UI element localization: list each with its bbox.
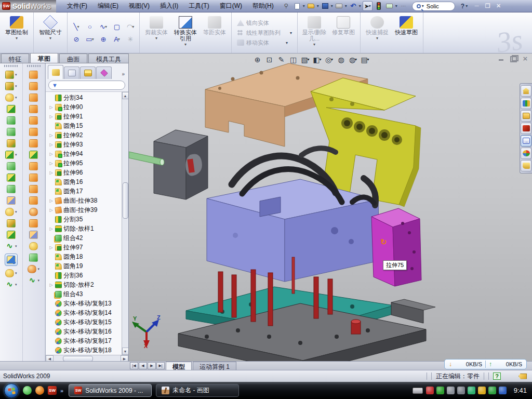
task-pane-tab-solidworks-resources[interactable] xyxy=(521,85,531,97)
midsurface-button[interactable] xyxy=(29,254,38,262)
task-pane-tab-view-palette[interactable] xyxy=(521,135,531,147)
first-tab-icon[interactable]: |◀ xyxy=(130,362,138,369)
revolved-surface-button[interactable] xyxy=(29,82,38,90)
apply-scene-icon[interactable]: ◍▾ xyxy=(348,55,358,64)
new-dropdown-icon[interactable]: ▾ xyxy=(303,4,305,8)
tab-featuremanager-design-tree[interactable] xyxy=(48,65,63,79)
offset-entities-button[interactable]: 等距实体 xyxy=(200,14,229,51)
doc-restore-button[interactable] xyxy=(510,56,517,62)
tree-item-曲面-拉伸38[interactable]: ▷曲面-拉伸38 xyxy=(49,196,122,205)
scroll-up-icon[interactable]: ▲ xyxy=(122,92,129,99)
task-pane-tab-custom-properties[interactable] xyxy=(521,160,531,171)
tab-dimxpertmanager[interactable] xyxy=(96,66,112,79)
save-icon[interactable] xyxy=(321,2,330,10)
tree-item-曲面-拉伸39[interactable]: ▷曲面-拉伸39 xyxy=(49,205,122,215)
menu-3[interactable]: 视图(V) xyxy=(124,0,154,12)
antivirus-red-shield-icon[interactable] xyxy=(426,387,434,394)
gear-check-icon[interactable] xyxy=(447,387,455,394)
tree-item-拉伸92[interactable]: ▷拉伸92 xyxy=(49,130,122,140)
sketch-point-button[interactable]: ▾ xyxy=(5,269,17,277)
tree-item-拉伸95[interactable]: ▷拉伸95 xyxy=(49,158,122,168)
fillet-surface-button[interactable] xyxy=(29,242,38,250)
expand-arrow-icon[interactable]: ▷ xyxy=(49,142,54,147)
task-pane-tab-design-library[interactable] xyxy=(521,98,531,109)
quick-tips-icon[interactable]: ? xyxy=(493,373,501,380)
task-button-1[interactable]: SWSolidWorks 2009 - ... xyxy=(69,384,152,397)
display-style-icon[interactable]: ◧▾ xyxy=(312,55,322,64)
search-box[interactable]: ▾ xyxy=(412,2,455,11)
expand-arrow-icon[interactable]: ▷ xyxy=(49,208,54,212)
tree-item-拉伸90[interactable]: ▷拉伸90 xyxy=(49,102,122,112)
sketch-entity-tool-6[interactable]: ⊘ xyxy=(70,33,83,45)
delete-face-button[interactable] xyxy=(29,208,38,216)
tab-propertymanager[interactable] xyxy=(64,66,79,79)
quick-launch-more-icon[interactable]: » xyxy=(60,388,63,394)
expand-arrow-icon[interactable]: ▷ xyxy=(49,198,54,203)
messenger-icon[interactable] xyxy=(23,386,32,395)
last-tab-icon[interactable]: ▶| xyxy=(156,362,165,369)
sketch-entity-tool-4[interactable]: ▢ xyxy=(110,20,124,33)
lofted-surface-button[interactable] xyxy=(29,105,38,113)
open-icon[interactable] xyxy=(307,2,316,10)
tree-item-圆角17[interactable]: 圆角17 xyxy=(49,187,122,196)
tree-item-拉伸94[interactable]: ▷拉伸94 xyxy=(49,149,122,158)
menu-2[interactable]: 编辑(E) xyxy=(93,0,123,12)
tree-item-分割36[interactable]: 分割36 xyxy=(49,271,122,280)
volume-icon[interactable] xyxy=(457,387,465,394)
warning-icon[interactable] xyxy=(478,387,486,394)
view-settings-icon[interactable]: ▤▾ xyxy=(360,55,370,64)
linear-sketch-pattern-button[interactable]: 线性草图阵列 ▾ xyxy=(234,28,295,37)
pin-icon[interactable]: ⚲ xyxy=(282,2,291,10)
shell-button[interactable] xyxy=(7,128,16,136)
menu-1[interactable]: 文件(F) xyxy=(62,0,92,12)
tags-icon[interactable] xyxy=(518,374,527,379)
combine-button[interactable] xyxy=(7,185,16,193)
security-green-shield-icon[interactable] xyxy=(436,387,444,394)
move-copy-body-button[interactable] xyxy=(7,196,16,205)
fillet-button[interactable]: ▾ xyxy=(5,94,17,102)
start-button[interactable] xyxy=(4,383,19,398)
tree-vertical-scrollbar[interactable]: ▲ ▼ xyxy=(122,92,128,355)
extruded-surface-button[interactable] xyxy=(29,94,38,102)
planar-surface-button[interactable] xyxy=(29,139,38,148)
prev-tab-icon[interactable]: ◀ xyxy=(139,362,147,369)
rebuild-icon[interactable] xyxy=(374,2,383,10)
boundary-surface-button[interactable] xyxy=(29,116,38,125)
more-tabs-chevron-icon[interactable]: » xyxy=(122,71,127,79)
minimize-button[interactable]: ─ xyxy=(473,3,481,9)
sketch-entity-tool-5[interactable]: ◠▾ xyxy=(124,20,137,33)
taskbar-clock[interactable]: 9:41 xyxy=(514,387,527,394)
quick-snaps-button[interactable]: 快速捕捉 ▾ xyxy=(363,14,392,51)
tree-item-圆角15[interactable]: 圆角15 xyxy=(49,121,122,130)
untrim-surface-button[interactable] xyxy=(29,196,38,205)
hole-wizard-button[interactable] xyxy=(7,139,16,148)
instant3d-button[interactable] xyxy=(5,254,18,266)
tree-item-分割34[interactable]: 分割34 xyxy=(49,93,122,102)
task-button-2[interactable]: 未命名 - 画图 xyxy=(156,384,239,397)
search-input[interactable] xyxy=(425,3,450,10)
trim-surface-button[interactable] xyxy=(29,185,38,193)
tree-item-切除-放样1[interactable]: ▷切除-放样1 xyxy=(49,224,122,233)
expand-arrow-icon[interactable]: ▷ xyxy=(49,152,54,156)
doc-close-button[interactable]: × xyxy=(522,56,529,62)
lofted-boss-button[interactable] xyxy=(7,116,16,125)
zoom-to-area-icon[interactable]: ⊡ xyxy=(264,55,274,64)
help-dropdown-icon[interactable]: ▾ xyxy=(466,4,468,8)
expand-arrow-icon[interactable]: ▷ xyxy=(49,283,54,287)
expand-arrow-icon[interactable]: ▷ xyxy=(49,170,54,175)
tree-item-拉伸96[interactable]: ▷拉伸96 xyxy=(49,168,122,177)
menu-7[interactable]: 帮助(H) xyxy=(248,0,278,12)
replace-face-button[interactable] xyxy=(29,219,38,228)
vertical-scroll-thumb[interactable] xyxy=(123,182,128,219)
extruded-cut-button[interactable]: ▾ xyxy=(5,82,17,90)
expand-arrow-icon[interactable]: ▷ xyxy=(49,245,54,250)
sketch-entity-tool-8[interactable]: ⊕ xyxy=(97,33,110,45)
options-dropdown-icon[interactable]: ▾ xyxy=(395,4,397,8)
solidworks-quicklaunch-icon[interactable]: SW xyxy=(48,386,57,395)
tree-item-圆角18[interactable]: 圆角18 xyxy=(49,252,122,261)
tree-item-组合43[interactable]: 组合43 xyxy=(49,289,122,299)
zoom-to-fit-icon[interactable]: ⊕ xyxy=(252,55,262,64)
surface-curve-button[interactable]: ∿▾ xyxy=(28,276,39,285)
tree-item-实体-移动/复制16[interactable]: 实体-移动/复制16 xyxy=(49,327,122,336)
options-icon[interactable] xyxy=(385,2,394,10)
